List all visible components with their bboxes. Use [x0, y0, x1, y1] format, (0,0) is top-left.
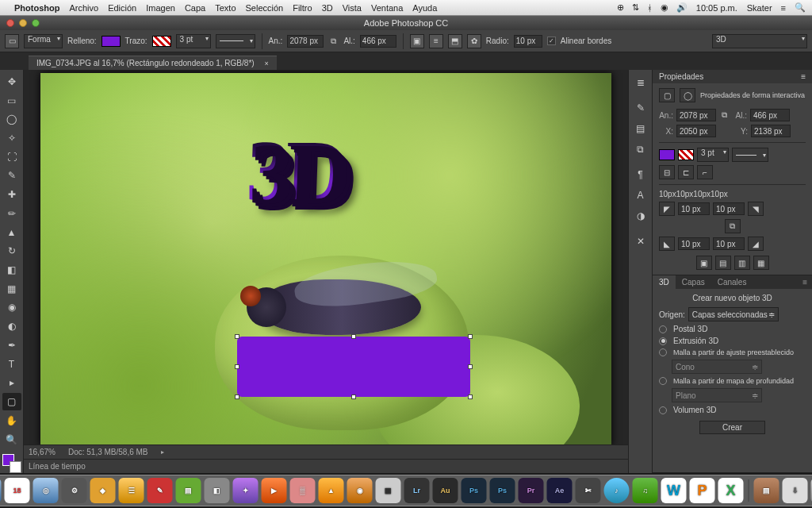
pathop-3[interactable]: ▥: [734, 256, 750, 270]
blur-tool[interactable]: ◉: [2, 299, 21, 317]
dock-app4[interactable]: ▤: [176, 478, 201, 503]
height-input[interactable]: [360, 35, 396, 48]
zoom-tool[interactable]: 🔍: [2, 431, 21, 448]
tab-canales[interactable]: Canales: [711, 275, 753, 289]
dodge-tool[interactable]: ◐: [2, 318, 21, 335]
create-button[interactable]: Crear: [699, 421, 765, 434]
handle-ml[interactable]: [235, 364, 239, 369]
prop-y[interactable]: [751, 125, 791, 137]
stroke-corners-icon[interactable]: ⌐: [697, 165, 713, 179]
path-select-tool[interactable]: ▸: [2, 375, 21, 392]
move-tool[interactable]: ✥: [2, 73, 21, 90]
prop-height[interactable]: [750, 109, 790, 121]
brush-tool[interactable]: ✏: [2, 205, 21, 222]
menu-3d[interactable]: 3D: [322, 3, 333, 13]
path-ops-icon[interactable]: ▣: [410, 34, 424, 48]
menubar-app-name[interactable]: Photoshop: [14, 3, 59, 13]
align-edges-checkbox[interactable]: ✓: [547, 37, 556, 45]
option-extrusion[interactable]: Extrusión 3D: [659, 337, 806, 345]
dock-premiere[interactable]: Pr: [519, 478, 544, 503]
handle-mr[interactable]: [468, 364, 473, 369]
handle-bc[interactable]: [351, 394, 356, 399]
wand-tool[interactable]: ✧: [2, 129, 21, 147]
pathop-4[interactable]: ▦: [753, 256, 769, 270]
fill-swatch[interactable]: [102, 36, 121, 47]
stroke-align-icon[interactable]: ⊟: [659, 165, 675, 179]
link-dimensions-icon[interactable]: ⧉: [328, 37, 339, 46]
tool-preset-icon[interactable]: ▭: [5, 34, 19, 48]
menu-ventana[interactable]: Ventana: [371, 3, 403, 13]
dock-w[interactable]: W: [661, 478, 687, 503]
live-shape-icon[interactable]: ▢: [659, 88, 675, 102]
option-postal[interactable]: Postal 3D: [659, 325, 806, 333]
menubar-user[interactable]: Skater: [747, 3, 772, 13]
document-tab[interactable]: IMG_0734.JPG al 16,7% (Rectángulo redond…: [29, 56, 277, 70]
option-volume[interactable]: Volumen 3D: [659, 406, 806, 414]
menu-edicion[interactable]: Edición: [108, 3, 136, 13]
menu-imagen[interactable]: Imagen: [146, 3, 175, 13]
dock-p[interactable]: P: [690, 478, 715, 503]
gradient-tool[interactable]: ▦: [2, 280, 21, 298]
window-close-button[interactable]: [6, 19, 14, 27]
corner-br[interactable]: [713, 237, 745, 250]
workspace-select[interactable]: 3D: [712, 34, 807, 48]
dock-app6[interactable]: ✦: [233, 478, 259, 503]
clone-source-icon[interactable]: ⧉: [633, 141, 649, 157]
dock-app2[interactable]: ☰: [119, 478, 144, 503]
menu-archivo[interactable]: Archivo: [69, 3, 98, 13]
dock-app12[interactable]: ✄: [576, 478, 601, 503]
background-color[interactable]: [10, 461, 21, 473]
depth-preset-select[interactable]: Plano≑: [672, 388, 762, 402]
corner-br-icon[interactable]: ◢: [748, 237, 764, 251]
link-corners-icon[interactable]: ⧉: [725, 219, 741, 233]
volume-icon[interactable]: 🔊: [676, 2, 688, 13]
character-panel-icon[interactable]: A: [633, 187, 649, 203]
dock-audition[interactable]: Au: [433, 478, 458, 503]
corner-bl-icon[interactable]: ◣: [659, 237, 675, 251]
dock-lightroom[interactable]: Lr: [404, 478, 430, 503]
menu-seleccion[interactable]: Selección: [246, 3, 284, 13]
color-swatches[interactable]: [2, 454, 21, 473]
dock-photoshop2[interactable]: Ps: [490, 478, 515, 503]
menu-texto[interactable]: Texto: [215, 3, 236, 13]
paragraph-panel-icon[interactable]: ¶: [633, 167, 649, 183]
dock-aftereffects[interactable]: Ae: [547, 478, 573, 503]
stroke-width-select[interactable]: 3 pt: [176, 34, 211, 48]
dock-app3[interactable]: ✎: [147, 478, 173, 503]
align-icon[interactable]: ≡: [429, 34, 443, 48]
shape-mode-select[interactable]: Forma: [24, 34, 63, 48]
dock-downloads[interactable]: ⬇: [783, 478, 808, 503]
cloud-icon[interactable]: ⊕: [617, 2, 624, 13]
brush-presets-icon[interactable]: ▤: [633, 121, 649, 137]
prop-stroke-width[interactable]: 3 pt: [697, 148, 729, 162]
prop-x[interactable]: [676, 125, 716, 137]
spotlight-icon[interactable]: 🔍: [795, 2, 806, 13]
info-arrow-icon[interactable]: ▸: [161, 448, 164, 456]
type-tool[interactable]: T: [2, 356, 21, 373]
notifications-icon[interactable]: ≡: [781, 3, 786, 13]
dock-app11[interactable]: ▦: [376, 478, 401, 503]
menubar-clock[interactable]: 10:05 p.m.: [696, 3, 737, 13]
dock-calendar[interactable]: 18: [5, 478, 30, 503]
dock-x[interactable]: X: [718, 478, 744, 503]
dock-finder[interactable]: :): [0, 478, 2, 503]
radius-input[interactable]: [514, 35, 542, 48]
handle-tc[interactable]: [351, 334, 356, 339]
gear-icon[interactable]: ✿: [467, 34, 481, 48]
marquee-tool[interactable]: ▭: [2, 92, 21, 110]
prop-width[interactable]: [676, 109, 716, 121]
corner-tr[interactable]: [713, 202, 745, 215]
menu-capa[interactable]: Capa: [185, 3, 205, 13]
lasso-tool[interactable]: ◯: [2, 110, 21, 128]
dock-itunes[interactable]: ♪: [604, 478, 630, 503]
dock-app7[interactable]: ▶: [262, 478, 287, 503]
timeline-panel-header[interactable]: Línea de tiempo: [24, 459, 628, 473]
panel-menu-icon[interactable]: ≡: [798, 275, 812, 289]
pathop-1[interactable]: ▣: [696, 256, 712, 270]
dock-app1[interactable]: ◆: [90, 478, 116, 503]
history-panel-icon[interactable]: ≣: [633, 75, 649, 90]
hand-tool[interactable]: ✋: [2, 412, 21, 429]
corner-tr-icon[interactable]: ◥: [748, 202, 764, 216]
stroke-swatch[interactable]: [152, 36, 171, 47]
mask-icon[interactable]: ◯: [680, 88, 695, 102]
